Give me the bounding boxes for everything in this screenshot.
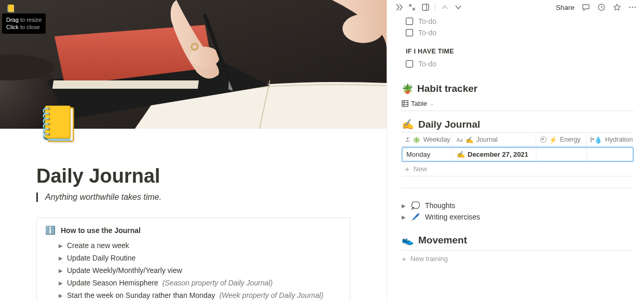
triangle-icon: ▶ <box>59 280 63 286</box>
toggle-item[interactable]: ▶Update Season Hemisphere (Season proper… <box>45 277 341 289</box>
new-row-button[interactable]: + New <box>402 162 634 176</box>
side-panel: Share To-doTo-do IF I HAVE TIME To-do 🪴 … <box>387 0 644 301</box>
callout-block[interactable]: ℹ️ How to use the Journal ▶Create a new … <box>36 217 350 301</box>
column-weekday[interactable]: Σ✳️Weekday <box>402 133 452 146</box>
svg-rect-3 <box>52 80 199 89</box>
svg-point-5 <box>342 14 384 43</box>
todo-list-mid: To-do <box>402 58 634 70</box>
toggle-item[interactable]: ▶Update Weekly/Monthly/Yearly view <box>45 264 341 277</box>
triangle-icon: ▶ <box>402 203 406 209</box>
new-training-button[interactable]: + New training <box>402 250 634 267</box>
page-title[interactable]: Daily Journal <box>36 165 350 187</box>
divider <box>402 188 634 188</box>
toggle-item[interactable]: ▶Start the week on Sunday rather than Mo… <box>45 289 341 301</box>
toggle-block[interactable]: ▶💭Thoughts <box>402 200 634 211</box>
triangle-icon: ▶ <box>402 214 406 220</box>
database-title[interactable]: ✍️ Daily Journal <box>402 118 634 130</box>
svg-point-12 <box>629 7 631 8</box>
plus-icon: + <box>405 165 409 173</box>
section-label[interactable]: IF I HAVE TIME <box>406 48 634 55</box>
select-icon <box>540 136 546 143</box>
movement-heading[interactable]: 👟 Movement <box>402 234 634 246</box>
more-icon[interactable] <box>628 3 637 11</box>
breadcrumb-title: Daily Journal <box>18 5 57 12</box>
page-icon-small: 📒 <box>6 4 15 12</box>
checkbox[interactable] <box>406 29 413 36</box>
toggle-block[interactable]: ▶🖊️Writing exercises <box>402 211 634 223</box>
comments-icon[interactable] <box>582 3 590 11</box>
checkbox[interactable] <box>406 60 413 67</box>
svg-point-14 <box>635 7 636 8</box>
todo-item[interactable]: To-do <box>406 16 634 27</box>
share-button[interactable]: Share <box>556 4 574 11</box>
database-view-tabs: Table ⌄ <box>402 99 634 111</box>
triangle-icon: ▶ <box>59 293 63 298</box>
info-icon: ℹ️ <box>45 225 56 235</box>
triangle-icon: ▶ <box>59 243 63 249</box>
todo-item[interactable]: To-do <box>406 27 634 38</box>
svg-rect-9 <box>422 4 429 10</box>
updates-icon[interactable] <box>597 3 606 11</box>
page-icon[interactable]: 📒 <box>37 104 80 144</box>
triangle-icon: ▶ <box>59 255 63 261</box>
column-journal[interactable]: Aa✍️Journal <box>452 133 536 146</box>
writing-icon: ✍️ <box>402 118 414 130</box>
cell-hydration[interactable] <box>587 147 633 161</box>
view-tab-table[interactable]: Table ⌄ <box>402 100 434 107</box>
next-icon[interactable] <box>454 3 462 11</box>
svg-point-13 <box>632 7 634 8</box>
column-energy[interactable]: ⚡Energy <box>536 133 586 146</box>
select-icon <box>591 136 592 143</box>
triangle-icon: ▶ <box>59 268 63 273</box>
plus-icon: + <box>402 255 406 263</box>
habit-tracker-heading[interactable]: 🪴 Habit tracker <box>402 83 634 94</box>
callout-title: How to use the Journal <box>61 226 141 235</box>
favorite-icon[interactable] <box>613 3 621 11</box>
panel-toolbar: Share <box>387 3 644 11</box>
shoe-icon: 👟 <box>402 234 414 246</box>
peek-mode-icon[interactable] <box>421 3 430 11</box>
todo-item[interactable]: To-do <box>406 58 634 70</box>
todo-list-top: To-doTo-do <box>402 16 634 38</box>
expand-icon[interactable] <box>408 3 416 11</box>
table-row[interactable]: Monday ✍️December 27, 2021 <box>402 147 634 162</box>
cell-weekday[interactable]: Monday <box>402 147 453 161</box>
svg-rect-15 <box>402 101 408 106</box>
plant-icon: 🪴 <box>402 83 413 94</box>
resize-tooltip: Drag to resize Click to close <box>2 13 46 34</box>
chevron-down-icon: ⌄ <box>430 101 434 106</box>
collapse-icon[interactable] <box>394 3 403 11</box>
checkbox[interactable] <box>406 18 413 25</box>
table-header: Σ✳️Weekday Aa✍️Journal ⚡Energy 💧Hydratio… <box>402 132 634 147</box>
quote-block[interactable]: Anything worthwhile takes time. <box>36 193 350 202</box>
column-hydration[interactable]: 💧Hydration <box>586 133 632 146</box>
toggle-item[interactable]: ▶Update Daily Routine <box>45 252 341 264</box>
breadcrumb[interactable]: 📒 Daily Journal <box>6 4 57 12</box>
toggle-item[interactable]: ▶Create a new week <box>45 239 341 252</box>
prev-icon[interactable] <box>441 3 449 11</box>
cell-energy[interactable] <box>537 147 587 161</box>
cell-journal[interactable]: ✍️December 27, 2021 <box>453 147 537 161</box>
toolbar-divider <box>435 4 435 11</box>
main-page: 📒 Daily Journal Drag to resize Click to … <box>0 0 387 301</box>
